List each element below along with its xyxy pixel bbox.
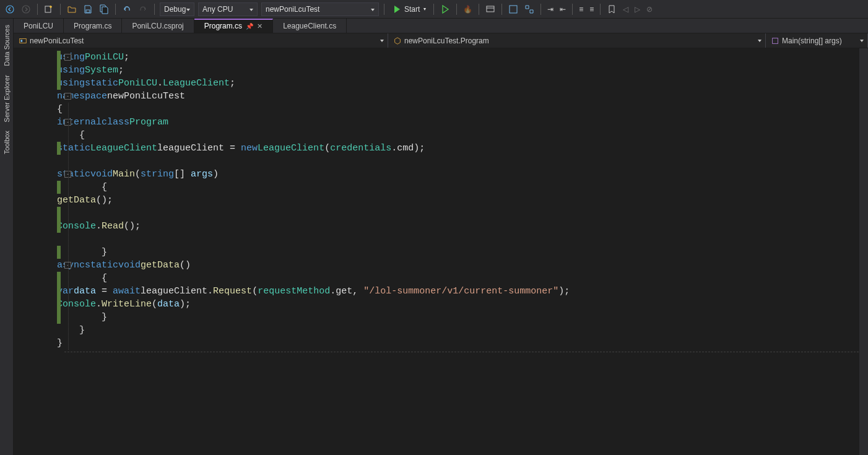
svg-point-0 [6,6,14,13]
fold-icon[interactable]: - [64,54,71,61]
uncomment-button[interactable]: ≡ [587,2,596,16]
tab-ponilcu-csproj[interactable]: PoniLCU.csproj [122,19,194,33]
startup-project-dropdown[interactable]: newPoniLcuTest [261,2,379,16]
sidebar-tab-server-explorer[interactable]: Server Explorer [2,71,12,126]
svg-rect-8 [773,38,778,43]
start-debug-button[interactable]: Start ▾ [388,2,430,16]
replace-in-files-button[interactable]: ⇤ [557,2,568,16]
svg-point-1 [22,6,30,13]
comment-button[interactable]: ≡ [576,2,586,16]
fold-icon[interactable]: - [64,93,71,100]
back-button[interactable] [2,2,17,16]
pin-icon[interactable]: 📌 [246,23,253,30]
tab-program-cs-active[interactable]: Program.cs 📌 ✕ [194,19,273,33]
nav-class-dropdown[interactable]: newPoniLcuTest.Program [388,33,766,48]
svg-rect-3 [86,10,90,12]
tab-leagueclient-cs[interactable]: LeagueClient.cs [273,19,347,33]
step-over-button[interactable] [522,2,537,16]
forward-button [19,2,33,16]
clear-bookmarks-button: ⊘ [644,2,655,16]
step-into-button[interactable] [506,2,521,16]
platform-dropdown[interactable]: Any CPU [198,2,258,16]
nav-member-dropdown[interactable]: Main(string[] args) [766,33,868,48]
open-file-button[interactable] [64,2,79,16]
browser-link-button[interactable] [483,2,498,16]
code-editor[interactable]: using PoniLCU;using System;using static … [14,48,868,455]
vertical-scrollbar[interactable] [859,48,868,455]
undo-button[interactable] [119,2,134,16]
tab-program-cs-1[interactable]: Program.cs [64,19,122,33]
redo-button [136,2,150,16]
start-nodebug-button[interactable] [438,2,453,16]
nav-scope-dropdown[interactable]: newPoniLcuTest [14,33,388,48]
navigation-bar: newPoniLcuTest newPoniLcuTest.Program Ma… [14,33,868,48]
svg-rect-7 [21,40,23,42]
code-content[interactable]: using PoniLCU;using System;using static … [57,48,868,455]
close-icon[interactable]: ✕ [257,22,263,30]
svg-rect-5 [510,6,517,13]
save-all-button[interactable] [97,2,111,16]
svg-rect-6 [20,38,27,43]
bookmark-button[interactable] [604,2,619,16]
sidebar-tab-toolbox[interactable]: Toolbox [2,127,12,158]
find-in-files-button[interactable]: ⇥ [545,2,556,16]
left-sidebar: Data Sources Server Explorer Toolbox [0,19,14,455]
svg-rect-4 [487,6,494,12]
sidebar-tab-data-sources[interactable]: Data Sources [2,21,12,70]
save-button[interactable] [80,2,95,16]
configuration-dropdown[interactable]: Debug [160,2,194,16]
gutter [14,48,57,455]
main-toolbar: Debug Any CPU newPoniLcuTest Start ▾ 🔥 ⇥… [0,0,868,19]
document-tabs: PoniLCU Program.cs PoniLCU.csproj Progra… [14,19,868,33]
start-label: Start [404,5,420,14]
prev-bookmark-button: ◁ [620,2,631,16]
hot-reload-button: 🔥 [461,2,475,16]
next-bookmark-button: ▷ [632,2,643,16]
new-project-button[interactable] [41,2,56,16]
tab-ponilcu[interactable]: PoniLCU [14,19,64,33]
